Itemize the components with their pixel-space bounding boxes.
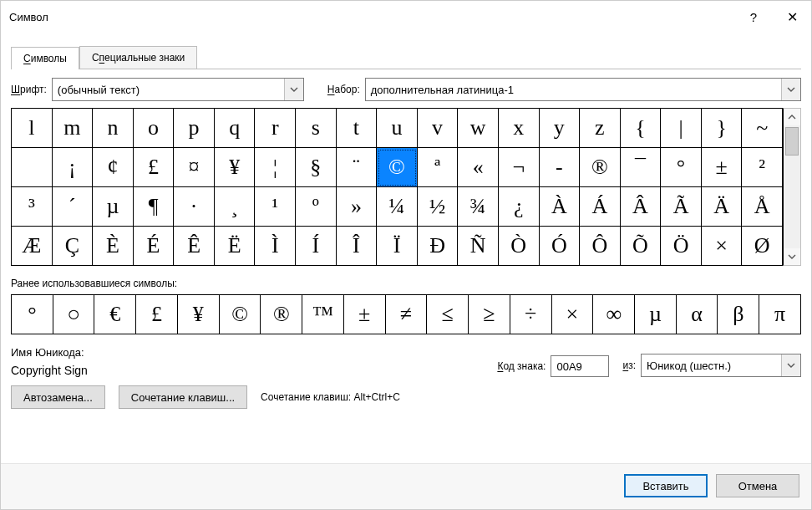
scroll-up-button[interactable] (784, 109, 800, 125)
grid-scrollbar[interactable] (783, 108, 801, 266)
recent-symbol-cell[interactable]: ≠ (386, 295, 428, 334)
symbol-cell[interactable]: ¶ (134, 187, 175, 227)
symbol-cell[interactable]: ¸ (215, 187, 256, 227)
recent-symbol-cell[interactable]: ° (12, 295, 53, 334)
recent-symbol-cell[interactable]: ∞ (593, 295, 635, 334)
recent-symbols[interactable]: °○€£¥©®™±≠≤≥÷×∞µαβπ (11, 294, 801, 334)
symbol-cell[interactable]: ´ (53, 187, 94, 227)
recent-symbol-cell[interactable]: € (94, 295, 136, 334)
symbol-cell[interactable]: z (580, 109, 621, 148)
symbol-cell[interactable]: s (296, 109, 337, 148)
shortcut-key-button[interactable]: Сочетание клавиш... (119, 385, 247, 409)
recent-symbol-cell[interactable]: α (677, 295, 718, 334)
symbol-cell[interactable]: Õ (621, 227, 662, 265)
symbol-grid[interactable]: lmnopqrstuvwxyz{|}~ ¡¢£¤¥¦§¨©ª«¬-®¯°±²³´… (11, 108, 783, 266)
scroll-down-button[interactable] (784, 248, 800, 265)
symbol-cell[interactable]: Ò (499, 227, 540, 265)
symbol-cell[interactable]: q (215, 109, 256, 148)
close-button[interactable]: ✕ (773, 1, 811, 33)
symbol-cell[interactable]: } (702, 109, 743, 148)
symbol-cell[interactable]: Ó (540, 227, 581, 265)
symbol-cell[interactable]: ¦ (255, 148, 296, 187)
from-combo[interactable]: Юникод (шестн.) (641, 354, 801, 377)
symbol-cell[interactable]: ° (661, 148, 702, 187)
symbol-cell[interactable]: ~ (742, 109, 783, 148)
scroll-thumb[interactable] (785, 127, 799, 156)
symbol-cell[interactable]: · (174, 187, 215, 227)
symbol-cell[interactable]: ¾ (458, 187, 499, 227)
symbol-cell[interactable]: Ð (418, 227, 459, 265)
autocorrect-button[interactable]: Автозамена... (11, 385, 105, 409)
symbol-cell[interactable]: Ø (742, 227, 783, 265)
cancel-button[interactable]: Отмена (716, 474, 799, 497)
scroll-track[interactable] (784, 125, 800, 248)
symbol-cell[interactable]: ¨ (337, 148, 378, 187)
recent-symbol-cell[interactable]: ○ (53, 295, 95, 334)
symbol-cell[interactable]: » (337, 187, 378, 227)
symbol-cell[interactable]: Ï (377, 227, 418, 265)
insert-button[interactable]: Вставить (624, 474, 708, 497)
symbol-cell[interactable]: Ç (53, 227, 94, 265)
symbol-cell[interactable]: Â (621, 187, 662, 227)
symbol-cell[interactable]: ª (418, 148, 459, 187)
recent-symbol-cell[interactable]: ™ (302, 295, 344, 334)
symbol-cell[interactable]: © (377, 148, 418, 187)
symbol-cell[interactable]: § (296, 148, 337, 187)
symbol-cell[interactable]: ± (702, 148, 743, 187)
symbol-cell[interactable]: Ã (661, 187, 702, 227)
recent-symbol-cell[interactable]: ± (344, 295, 386, 334)
help-button[interactable]: ? (734, 1, 773, 33)
recent-symbol-cell[interactable]: ≥ (469, 295, 510, 334)
symbol-cell[interactable]: ® (580, 148, 621, 187)
recent-symbol-cell[interactable]: β (718, 295, 759, 334)
symbol-cell[interactable]: r (255, 109, 296, 148)
symbol-cell[interactable]: Ö (661, 227, 702, 265)
recent-symbol-cell[interactable]: ≤ (427, 295, 469, 334)
symbol-cell[interactable]: ³ (12, 187, 53, 227)
symbol-cell[interactable]: ² (742, 148, 783, 187)
symbol-cell[interactable]: { (621, 109, 662, 148)
charcode-input[interactable] (551, 355, 609, 377)
symbol-cell[interactable]: « (458, 148, 499, 187)
symbol-cell[interactable]: Ä (702, 187, 743, 227)
subset-combo[interactable]: дополнительная латиница-1 (365, 78, 801, 101)
symbol-cell[interactable]: Ë (215, 227, 256, 265)
font-input[interactable] (53, 79, 284, 100)
symbol-cell[interactable]: v (418, 109, 459, 148)
symbol-cell[interactable]: ¼ (377, 187, 418, 227)
subset-dropdown-button[interactable] (781, 79, 800, 100)
symbol-cell[interactable]: ¢ (93, 148, 134, 187)
recent-symbol-cell[interactable]: © (220, 295, 261, 334)
symbol-cell[interactable]: y (540, 109, 581, 148)
symbol-cell[interactable]: µ (93, 187, 134, 227)
symbol-cell[interactable]: Ñ (458, 227, 499, 265)
symbol-cell[interactable]: ¯ (621, 148, 662, 187)
symbol-cell[interactable]: Ô (580, 227, 621, 265)
symbol-cell[interactable]: w (458, 109, 499, 148)
symbol-cell[interactable]: À (540, 187, 581, 227)
symbol-cell[interactable]: l (12, 109, 53, 148)
symbol-cell[interactable]: Æ (12, 227, 53, 265)
recent-symbol-cell[interactable]: £ (136, 295, 178, 334)
symbol-cell[interactable]: t (337, 109, 378, 148)
tab-special-chars[interactable]: Специальные знаки (79, 46, 197, 69)
recent-symbol-cell[interactable]: π (759, 295, 800, 334)
font-dropdown-button[interactable] (284, 79, 303, 100)
symbol-cell[interactable]: Í (296, 227, 337, 265)
symbol-cell[interactable]: ¿ (499, 187, 540, 227)
symbol-cell[interactable]: Å (742, 187, 783, 227)
symbol-cell[interactable]: £ (134, 148, 175, 187)
symbol-cell[interactable]: ¡ (53, 148, 94, 187)
recent-symbol-cell[interactable]: µ (635, 295, 677, 334)
symbol-cell[interactable]: ¤ (174, 148, 215, 187)
symbol-cell[interactable]: É (134, 227, 175, 265)
symbol-cell[interactable]: Ì (255, 227, 296, 265)
symbol-cell[interactable]: ½ (418, 187, 459, 227)
symbol-cell[interactable]: º (296, 187, 337, 227)
symbol-cell[interactable]: m (53, 109, 94, 148)
symbol-cell[interactable]: È (93, 227, 134, 265)
font-combo[interactable] (52, 78, 304, 101)
symbol-cell[interactable]: | (661, 109, 702, 148)
symbol-cell[interactable]: Á (580, 187, 621, 227)
recent-symbol-cell[interactable]: ÷ (510, 295, 552, 334)
